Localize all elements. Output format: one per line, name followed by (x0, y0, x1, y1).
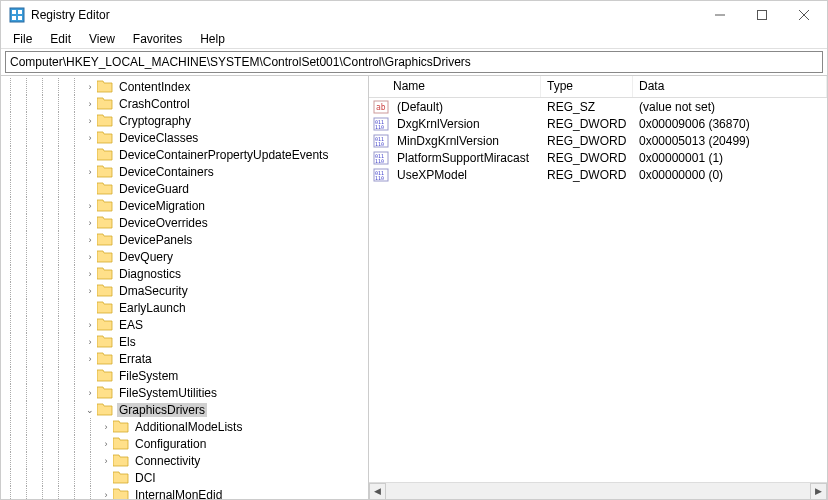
tree-guide (3, 129, 19, 146)
tree-item[interactable]: ›DevicePanels (3, 231, 368, 248)
tree-guide (19, 197, 35, 214)
tree-item[interactable]: ›InternalMonEdid (3, 486, 368, 499)
tree-item[interactable]: ›Connectivity (3, 452, 368, 469)
menu-help[interactable]: Help (192, 30, 233, 48)
tree-item[interactable]: ›ContentIndex (3, 78, 368, 95)
tree-guide (3, 180, 19, 197)
tree-item[interactable]: ·DeviceContainerPropertyUpdateEvents (3, 146, 368, 163)
folder-icon (97, 250, 113, 263)
tree-item-label: Configuration (133, 437, 208, 451)
tree-item[interactable]: ›Cryptography (3, 112, 368, 129)
column-header-data[interactable]: Data (633, 76, 827, 97)
tree-item[interactable]: ›AdditionalModeLists (3, 418, 368, 435)
tree-item[interactable]: ›DeviceMigration (3, 197, 368, 214)
tree-item[interactable]: ›Els (3, 333, 368, 350)
folder-icon (97, 148, 113, 161)
chevron-right-icon[interactable]: › (83, 114, 97, 128)
list-row[interactable]: ab(Default)REG_SZ(value not set) (369, 98, 827, 115)
tree-item[interactable]: ·EarlyLaunch (3, 299, 368, 316)
list-row[interactable]: 011110UseXPModelREG_DWORD0x00000000 (0) (369, 166, 827, 183)
menu-file[interactable]: File (5, 30, 40, 48)
tree-item[interactable]: ⌄GraphicsDrivers (3, 401, 368, 418)
chevron-right-icon[interactable]: › (83, 80, 97, 94)
tree-item[interactable]: ›EAS (3, 316, 368, 333)
cell-name: PlatformSupportMiracast (391, 151, 541, 165)
tree-guide (3, 282, 19, 299)
tree-item[interactable]: ›Errata (3, 350, 368, 367)
chevron-right-icon[interactable]: › (83, 352, 97, 366)
scroll-left-button[interactable]: ◀ (369, 483, 386, 500)
chevron-right-icon[interactable]: › (83, 216, 97, 230)
tree-item[interactable]: ·DCI (3, 469, 368, 486)
tree-item[interactable]: ›DeviceContainers (3, 163, 368, 180)
tree-guide (19, 129, 35, 146)
chevron-right-icon[interactable]: › (83, 267, 97, 281)
tree-item[interactable]: ·FileSystem (3, 367, 368, 384)
minimize-button[interactable] (699, 1, 741, 29)
chevron-right-icon[interactable]: › (83, 199, 97, 213)
menu-edit[interactable]: Edit (42, 30, 79, 48)
folder-icon (97, 335, 113, 348)
window-controls (699, 1, 825, 29)
tree-guide (19, 469, 35, 486)
chevron-right-icon[interactable]: › (99, 437, 113, 451)
chevron-right-icon[interactable]: › (83, 250, 97, 264)
tree-guide (19, 435, 35, 452)
tree-guide (51, 469, 67, 486)
svg-rect-3 (12, 16, 16, 20)
tree-guide (35, 350, 51, 367)
tree-guide (35, 452, 51, 469)
tree-item[interactable]: ›CrashControl (3, 95, 368, 112)
tree-guide (19, 452, 35, 469)
menu-view[interactable]: View (81, 30, 123, 48)
chevron-right-icon[interactable]: › (83, 318, 97, 332)
horizontal-scrollbar[interactable]: ◀ ▶ (369, 482, 827, 499)
tree-guide (3, 78, 19, 95)
column-header-type[interactable]: Type (541, 76, 633, 97)
close-button[interactable] (783, 1, 825, 29)
tree-item-label: DCI (133, 471, 158, 485)
cell-type: REG_DWORD (541, 168, 633, 182)
list-row[interactable]: 011110PlatformSupportMiracastREG_DWORD0x… (369, 149, 827, 166)
chevron-right-icon[interactable]: › (99, 488, 113, 500)
tree-item[interactable]: ›DeviceClasses (3, 129, 368, 146)
folder-icon (113, 454, 129, 467)
tree-item[interactable]: ·DeviceGuard (3, 180, 368, 197)
tree-guide (51, 248, 67, 265)
tree-item[interactable]: ›FileSystemUtilities (3, 384, 368, 401)
tree-item[interactable]: ›Diagnostics (3, 265, 368, 282)
tree-item[interactable]: ›DevQuery (3, 248, 368, 265)
tree-item[interactable]: ›Configuration (3, 435, 368, 452)
chevron-right-icon[interactable]: › (83, 131, 97, 145)
address-bar[interactable]: Computer\HKEY_LOCAL_MACHINE\SYSTEM\Contr… (5, 51, 823, 73)
tree-scroll[interactable]: ›ContentIndex›CrashControl›Cryptography›… (1, 76, 368, 499)
tree-guide (3, 146, 19, 163)
chevron-right-icon[interactable]: › (83, 284, 97, 298)
folder-icon (97, 318, 113, 331)
scroll-right-button[interactable]: ▶ (810, 483, 827, 500)
maximize-button[interactable] (741, 1, 783, 29)
tree-item-label: Cryptography (117, 114, 193, 128)
chevron-down-icon[interactable]: ⌄ (83, 403, 97, 417)
list-row[interactable]: 011110MinDxgKrnlVersionREG_DWORD0x000050… (369, 132, 827, 149)
list-body[interactable]: ab(Default)REG_SZ(value not set)011110Dx… (369, 98, 827, 482)
chevron-right-icon[interactable]: › (99, 420, 113, 434)
chevron-right-icon[interactable]: › (83, 335, 97, 349)
tree-guide (67, 452, 83, 469)
chevron-right-icon[interactable]: › (83, 386, 97, 400)
tree-item[interactable]: ›DeviceOverrides (3, 214, 368, 231)
tree-item[interactable]: ›DmaSecurity (3, 282, 368, 299)
chevron-right-icon[interactable]: › (83, 233, 97, 247)
scroll-track[interactable] (386, 483, 810, 500)
menu-favorites[interactable]: Favorites (125, 30, 190, 48)
list-row[interactable]: 011110DxgKrnlVersionREG_DWORD0x00009006 … (369, 115, 827, 132)
chevron-right-icon: · (83, 148, 97, 162)
titlebar: Registry Editor (1, 1, 827, 29)
chevron-right-icon[interactable]: › (83, 97, 97, 111)
column-header-name[interactable]: Name (369, 76, 541, 97)
chevron-right-icon[interactable]: › (83, 165, 97, 179)
svg-rect-4 (18, 16, 22, 20)
folder-icon (97, 233, 113, 246)
chevron-right-icon[interactable]: › (99, 454, 113, 468)
tree-guide (35, 265, 51, 282)
